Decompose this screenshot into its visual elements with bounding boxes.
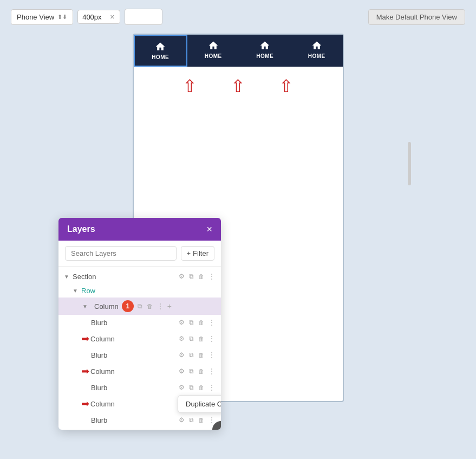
filter-button[interactable]: + Filter xyxy=(181,246,214,261)
layer-row-row[interactable]: ▼ Row xyxy=(58,284,221,298)
blurb2-actions: ⧉ 🗑 ⋮ xyxy=(177,350,217,360)
column3-gear-icon[interactable] xyxy=(177,366,186,376)
nav-item-0[interactable]: HOME xyxy=(134,35,188,67)
scrollbar-track[interactable] xyxy=(408,142,411,185)
blurb3-name: Blurb xyxy=(91,384,177,392)
blurb1-dots-icon[interactable]: ⋮ xyxy=(207,318,217,327)
column3-copy-icon[interactable]: ⧉ xyxy=(187,366,195,376)
blurb2-dots-icon[interactable]: ⋮ xyxy=(207,350,217,360)
blurb4-trash-icon[interactable]: 🗑 xyxy=(197,416,206,424)
nav-label-3: HOME xyxy=(308,53,325,59)
layers-search-row: + Filter xyxy=(58,241,221,267)
blurb4-gear-icon[interactable] xyxy=(177,415,186,425)
filter-plus-icon: + xyxy=(187,249,191,257)
canvas-area: HOME HOME HOME HOME xyxy=(0,34,476,402)
column1-name: Column xyxy=(91,301,122,312)
blurb1-actions: ⧉ 🗑 ⋮ xyxy=(177,318,217,327)
top-toolbar: Phone View ⬆⬇ × Make Default Phone View xyxy=(0,0,476,34)
home-icon-3 xyxy=(311,40,323,51)
layers-search-input[interactable] xyxy=(65,246,177,261)
column2-name: Column xyxy=(90,335,177,343)
blurb3-trash-icon[interactable]: 🗑 xyxy=(197,383,206,392)
up-arrow-3: ⇧ xyxy=(279,77,294,95)
column2-copy-icon[interactable]: ⧉ xyxy=(187,334,195,344)
column1-actions: ⧉ 🗑 ⋮ xyxy=(136,301,165,311)
row-name: Row xyxy=(81,287,217,295)
home-icon-1 xyxy=(207,40,219,51)
column1-plus-icon[interactable]: + xyxy=(165,301,174,312)
layers-header: Layers × xyxy=(58,218,221,241)
column2-gear-icon[interactable] xyxy=(177,334,186,344)
nav-item-1[interactable]: HOME xyxy=(187,35,239,67)
red-arrow-column3: ➡ xyxy=(81,365,89,377)
px-input[interactable] xyxy=(82,13,107,21)
blurb3-actions: ⧉ 🗑 ⋮ xyxy=(177,383,217,392)
nav-label-2: HOME xyxy=(256,53,273,59)
px-input-wrapper: × xyxy=(77,10,120,24)
red-arrow-column4: ➡ xyxy=(81,398,89,410)
layer-tree: ▼ Section ⧉ 🗑 ⋮ ▼ Row ▼ Column 1 xyxy=(58,267,221,430)
layer-row-blurb-3[interactable]: Blurb ⧉ 🗑 ⋮ xyxy=(58,380,221,395)
nav-item-3[interactable]: HOME xyxy=(291,35,343,67)
layer-row-blurb-2[interactable]: Blurb ⧉ 🗑 ⋮ xyxy=(58,347,221,363)
nav-bar: HOME HOME HOME HOME xyxy=(134,35,343,67)
layer-row-blurb-1[interactable]: Blurb ⧉ 🗑 ⋮ xyxy=(58,315,221,330)
layer-row-column-2[interactable]: ➡ Column ⧉ 🗑 ⋮ xyxy=(58,330,221,347)
section-actions: ⧉ 🗑 ⋮ xyxy=(177,271,217,281)
layers-title: Layers xyxy=(67,224,95,234)
blurb3-dots-icon[interactable]: ⋮ xyxy=(207,383,217,392)
column3-actions: ⧉ 🗑 ⋮ xyxy=(177,366,217,376)
column1-dots-icon[interactable]: ⋮ xyxy=(155,301,165,311)
up-arrow-1: ⇧ xyxy=(182,77,197,95)
layer-row-blurb-4[interactable]: Blurb ⧉ 🗑 ⋮ xyxy=(58,412,221,428)
blurb3-copy-icon[interactable]: ⧉ xyxy=(187,383,195,392)
nav-item-2[interactable]: HOME xyxy=(239,35,291,67)
home-icon-0 xyxy=(154,41,166,52)
filter-label: Filter xyxy=(193,249,208,257)
column3-name: Column xyxy=(90,367,177,376)
blurb2-trash-icon[interactable]: 🗑 xyxy=(197,351,206,359)
column3-trash-icon[interactable]: 🗑 xyxy=(197,367,206,376)
column2-dots-icon[interactable]: ⋮ xyxy=(207,334,217,344)
secondary-input[interactable] xyxy=(125,9,162,25)
blurb4-copy-icon[interactable]: ⧉ xyxy=(187,415,195,425)
nav-label-0: HOME xyxy=(152,54,169,60)
layers-close-button[interactable]: × xyxy=(206,224,212,234)
section-gear-icon[interactable] xyxy=(177,271,186,281)
blurb3-gear-icon[interactable] xyxy=(177,383,186,392)
section-trash-icon[interactable]: 🗑 xyxy=(197,272,206,281)
up-arrow-2: ⇧ xyxy=(231,77,245,95)
section-toggle[interactable]: ▼ xyxy=(63,273,70,280)
blurb1-copy-icon[interactable]: ⧉ xyxy=(187,318,195,327)
nav-label-1: HOME xyxy=(205,53,222,59)
section-dots-icon[interactable]: ⋮ xyxy=(207,271,217,281)
arrows-container: ⇧ ⇧ ⇧ xyxy=(134,67,343,106)
column3-dots-icon[interactable]: ⋮ xyxy=(207,366,217,376)
layer-row-column-1[interactable]: ▼ Column 1 ⧉ 🗑 ⋮ + xyxy=(58,298,221,315)
layers-panel: Layers × + Filter ▼ Section ⧉ 🗑 ⋮ xyxy=(58,218,221,430)
layer-row-column-3[interactable]: ➡ Column ⧉ 🗑 ⋮ xyxy=(58,363,221,380)
blurb2-gear-icon[interactable] xyxy=(177,350,186,360)
column2-trash-icon[interactable]: 🗑 xyxy=(197,334,206,343)
view-select-label: Phone View xyxy=(17,13,54,21)
row-toggle[interactable]: ▼ xyxy=(71,287,79,295)
home-icon-2 xyxy=(259,40,271,51)
blurb2-copy-icon[interactable]: ⧉ xyxy=(187,350,195,360)
px-close-button[interactable]: × xyxy=(109,12,115,21)
column1-copy-icon[interactable]: ⧉ xyxy=(136,301,144,311)
blurb1-gear-icon[interactable] xyxy=(177,318,186,327)
make-default-button[interactable]: Make Default Phone View xyxy=(368,9,465,25)
blurb1-trash-icon[interactable]: 🗑 xyxy=(197,318,206,327)
column1-trash-icon[interactable]: 🗑 xyxy=(145,302,154,311)
blurb4-name: Blurb xyxy=(91,416,177,424)
blurb2-name: Blurb xyxy=(91,351,177,359)
resize-icon xyxy=(217,426,221,430)
column1-toggle[interactable]: ▼ xyxy=(81,302,89,310)
blurb1-name: Blurb xyxy=(91,319,177,327)
duplicate-column-tooltip: Duplicate Column xyxy=(178,395,221,413)
section-copy-icon[interactable]: ⧉ xyxy=(187,271,195,281)
column4-name: Column xyxy=(90,400,177,408)
layer-row-section[interactable]: ▼ Section ⧉ 🗑 ⋮ xyxy=(58,269,221,284)
view-select[interactable]: Phone View ⬆⬇ xyxy=(11,9,73,25)
section-name: Section xyxy=(73,273,177,281)
